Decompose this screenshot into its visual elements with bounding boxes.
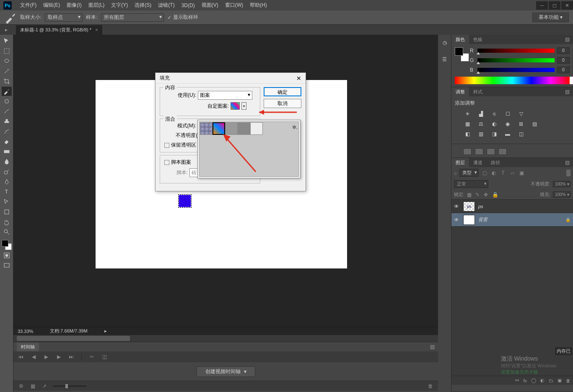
pattern-item-2[interactable]: [225, 122, 238, 135]
timeline-play-icon[interactable]: ▶: [43, 354, 49, 360]
close-button[interactable]: ✕: [561, 1, 573, 10]
timeline-cut-icon[interactable]: ✂: [88, 354, 95, 360]
document-tab[interactable]: 未标题-1 @ 33.3% (背景, RGB/8) * ×: [16, 25, 102, 35]
opacity-value[interactable]: 100%: [553, 181, 570, 187]
color-menu-icon[interactable]: ▤: [562, 36, 573, 42]
posterize-icon[interactable]: ▥: [477, 130, 485, 138]
balance-icon[interactable]: ⚖: [477, 120, 485, 128]
status-arrow-icon[interactable]: ▸: [104, 328, 107, 334]
mixer-icon[interactable]: ⊞: [517, 120, 525, 128]
brightness-icon[interactable]: ☀: [463, 110, 472, 118]
properties-panel-icon[interactable]: ☰: [440, 55, 449, 64]
bw-icon[interactable]: ◐: [490, 120, 498, 128]
hue-icon[interactable]: ▦: [463, 120, 472, 128]
dialog-close-icon[interactable]: ✕: [296, 75, 301, 82]
timeline-transition-icon[interactable]: ◫: [101, 354, 108, 360]
preset-2[interactable]: [475, 148, 483, 155]
layer-thumbnail[interactable]: [463, 215, 475, 225]
lasso-tool[interactable]: [2, 57, 12, 66]
lock-trans-icon[interactable]: ▦: [467, 192, 473, 198]
lookup-icon[interactable]: ▤: [530, 120, 539, 128]
ok-button[interactable]: 确定: [264, 87, 301, 96]
doc-size[interactable]: 文档:7.66M/7.39M: [50, 328, 87, 334]
filter-toggle[interactable]: [566, 170, 570, 176]
zoom-level[interactable]: 33.33%: [18, 329, 33, 334]
show-ring-checkbox[interactable]: ✓ 显示取样环: [167, 14, 198, 21]
preset-4[interactable]: [498, 148, 507, 155]
blend-mode-select[interactable]: 正常: [454, 180, 488, 188]
lock-pixels-icon[interactable]: ✎: [475, 192, 481, 198]
layers-tab[interactable]: 图层: [451, 158, 469, 168]
timeline-render-icon[interactable]: ↗: [41, 383, 48, 389]
timeline-zoom-slider[interactable]: [53, 385, 86, 387]
menu-filter[interactable]: 滤镜(T): [155, 2, 178, 9]
eraser-tool[interactable]: [2, 137, 12, 146]
sample-size-select[interactable]: 取样点: [45, 13, 83, 22]
close-tab-icon[interactable]: ×: [95, 27, 98, 32]
timeline-trash-icon[interactable]: 🗑: [427, 383, 434, 389]
gradient-map-icon[interactable]: ▬: [503, 130, 512, 138]
curves-icon[interactable]: ⎋: [490, 110, 498, 118]
timeline-options-icon[interactable]: ⚙: [18, 383, 24, 389]
timeline-next-icon[interactable]: ▶: [55, 354, 62, 360]
scroll-thumb[interactable]: [17, 336, 130, 341]
b-slider[interactable]: [477, 68, 555, 72]
layers-menu-icon[interactable]: ▤: [562, 160, 573, 165]
maximize-button[interactable]: ◻: [549, 1, 560, 10]
layer-name[interactable]: 背景: [478, 217, 487, 223]
pattern-swatch[interactable]: [231, 102, 240, 110]
history-brush-tool[interactable]: [2, 127, 12, 136]
filter-image-icon[interactable]: ▢: [481, 170, 488, 176]
menu-select[interactable]: 选择(S): [131, 2, 155, 9]
crop-tool[interactable]: [2, 77, 12, 86]
adjustment-icon[interactable]: ◐: [540, 378, 544, 383]
menu-3d[interactable]: 3D(D): [178, 3, 198, 8]
color-swatches[interactable]: [2, 240, 12, 250]
visibility-icon[interactable]: 👁: [454, 204, 460, 209]
timeline-first-icon[interactable]: ⏮: [18, 354, 24, 360]
quickmask-tool[interactable]: [2, 251, 12, 260]
gradient-tool[interactable]: [2, 147, 12, 156]
styles-tab[interactable]: 样式: [469, 87, 487, 97]
color-tab[interactable]: 颜色: [451, 35, 469, 44]
pattern-item-0[interactable]: [200, 122, 213, 135]
new-layer-icon[interactable]: ▣: [557, 378, 562, 383]
healing-tool[interactable]: [2, 97, 12, 106]
layer-filter-select[interactable]: 类型: [459, 169, 479, 177]
eyedropper-tool[interactable]: [2, 87, 12, 96]
gear-icon[interactable]: ✲.: [292, 124, 298, 130]
timeline-prev-icon[interactable]: ◀: [30, 354, 37, 360]
fx-icon[interactable]: fx: [523, 378, 527, 383]
filter-adjust-icon[interactable]: ◐: [490, 170, 497, 176]
invert-icon[interactable]: ◧: [463, 130, 472, 138]
move-tool[interactable]: [2, 36, 12, 46]
zoom-tool[interactable]: [2, 227, 12, 237]
filter-search-icon[interactable]: ⌕: [454, 170, 457, 176]
layer-row-ps[interactable]: 👁 ps: [451, 200, 573, 213]
vibrance-icon[interactable]: ▽: [517, 110, 525, 118]
preset-1[interactable]: [463, 148, 472, 155]
menu-edit[interactable]: 编辑(E): [40, 2, 63, 9]
link-icon[interactable]: ⚯: [515, 378, 519, 383]
menu-layer[interactable]: 图层(L): [85, 2, 108, 9]
history-panel-icon[interactable]: ◷: [440, 38, 449, 47]
filter-smart-icon[interactable]: ▣: [518, 170, 525, 176]
paths-tab[interactable]: 路径: [487, 158, 504, 168]
hand-tool[interactable]: [2, 217, 12, 227]
exposure-icon[interactable]: ☐: [503, 110, 512, 118]
r-slider[interactable]: [477, 49, 555, 53]
adjustments-tab[interactable]: 调整: [451, 87, 469, 97]
script-pattern-checkbox[interactable]: [164, 160, 169, 165]
brush-tool[interactable]: [2, 107, 12, 116]
threshold-icon[interactable]: ◨: [490, 130, 498, 138]
lock-pos-icon[interactable]: ✥: [484, 192, 490, 198]
layer-thumbnail[interactable]: [463, 201, 475, 211]
shape-tool[interactable]: [2, 207, 12, 217]
levels-icon[interactable]: ▟: [477, 110, 485, 118]
mask-icon[interactable]: ◯: [531, 378, 536, 383]
color-spectrum[interactable]: [455, 77, 570, 84]
timeline-menu-icon[interactable]: ▤: [430, 344, 435, 350]
adjust-menu-icon[interactable]: ▤: [562, 89, 573, 95]
g-slider[interactable]: [477, 58, 555, 62]
filter-shape-icon[interactable]: ▱: [509, 170, 516, 176]
